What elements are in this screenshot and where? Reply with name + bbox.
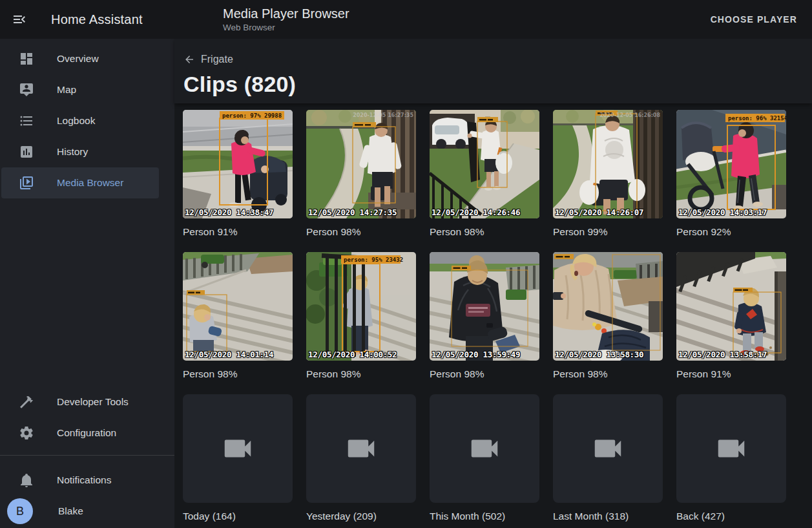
page-title: Media Player Browser — [223, 6, 349, 21]
clip-scene: person: 97% 29988 — [183, 110, 293, 218]
app-header: Home Assistant Media Player Browser Web … — [0, 0, 812, 39]
clip-label: Person 91% — [183, 226, 293, 238]
clip-thumbnail: 2020-12-05 16:26:08 12/05/2020 14:26:07 — [553, 110, 663, 218]
clip-label: Person 98% — [430, 368, 539, 381]
clip-card[interactable]: 2020-12-05 16:27:35 12/05/2020 14:27:35 … — [306, 110, 416, 238]
videocam-icon — [344, 431, 379, 466]
clip-thumbnail: 12/05/2020 14:26:46 — [430, 110, 539, 218]
folder-label: Back (427) — [676, 510, 786, 523]
view-dashboard-icon — [19, 51, 34, 67]
svg-text:2020-12-05 16:27:35: 2020-12-05 16:27:35 — [353, 112, 413, 118]
folder-card-this-month-502[interactable]: This Month (502) — [430, 394, 539, 523]
folder-thumbnail — [553, 394, 663, 503]
breadcrumb-back-button[interactable]: Frigate — [183, 54, 233, 65]
folder-card-yesterday-209[interactable]: Yesterday (209) — [306, 394, 416, 523]
clip-scene: person: 95% 23432 — [306, 252, 416, 361]
clip-card[interactable]: 12/05/2020 13:58:30 Person 98% — [553, 252, 663, 381]
clip-label: Person 98% — [306, 368, 416, 381]
videocam-icon — [590, 431, 625, 466]
sidebar-item-label: Map — [57, 84, 76, 96]
clip-timestamp-overlay: 12/05/2020 14:03:17 — [678, 207, 767, 217]
sidebar-bottom: Developer Tools Configuration Notificati… — [0, 386, 174, 527]
sidebar-item-map[interactable]: Map — [1, 74, 159, 105]
clip-thumbnail: person: 97% 29988 12/05/2020 14:38:47 — [183, 110, 293, 218]
clip-label: Person 91% — [676, 368, 786, 381]
sidebar-divider — [0, 455, 174, 456]
folder-thumbnail — [183, 394, 293, 503]
clip-thumbnail: 12/05/2020 13:59:49 — [430, 252, 539, 361]
media-browser-panel: Frigate Clips (820) person: 97% 29988 12… — [174, 39, 812, 528]
clip-card[interactable]: 12/05/2020 14:26:46 Person 98% — [430, 110, 539, 238]
videocam-icon — [467, 431, 502, 466]
clip-thumbnail: 12/05/2020 14:01:14 — [183, 252, 293, 361]
clip-thumbnail: 12/05/2020 13:58:30 — [553, 252, 663, 361]
folder-thumbnail — [306, 394, 416, 503]
clip-thumbnail: person: 95% 23432 12/05/2020 14:00:52 — [306, 252, 416, 361]
sidebar-item-label: Configuration — [57, 427, 116, 439]
page-subtitle: Web Browser — [223, 22, 349, 33]
history-chart-icon — [19, 144, 34, 160]
bell-icon — [19, 472, 34, 488]
clip-scene — [430, 110, 539, 218]
folder-card-back-427[interactable]: Back (427) — [676, 394, 786, 523]
sidebar-item-notifications[interactable]: Notifications — [1, 465, 159, 496]
folder-label: Last Month (318) — [553, 510, 663, 523]
map-account-icon — [19, 82, 34, 98]
clip-scene — [183, 252, 293, 361]
clip-label: Person 99% — [553, 226, 663, 238]
clip-card[interactable]: 12/05/2020 13:58:17 Person 91% — [676, 252, 786, 381]
clip-card[interactable]: 12/05/2020 13:59:49 Person 98% — [430, 252, 539, 381]
avatar: B — [7, 498, 33, 524]
sidebar-toggle-button[interactable] — [12, 12, 27, 27]
sidebar-item-developer-tools[interactable]: Developer Tools — [1, 386, 159, 417]
videocam-icon — [220, 431, 255, 466]
sidebar-item-logbook[interactable]: Logbook — [1, 105, 159, 136]
svg-text:person: 95% 23432: person: 95% 23432 — [344, 257, 403, 263]
page-heading: Clips (820) — [183, 72, 803, 96]
clip-thumbnail: 2020-12-05 16:27:35 12/05/2020 14:27:35 — [306, 110, 416, 218]
clip-scene: person: 96% 32154 — [676, 110, 786, 218]
clip-timestamp-overlay: 12/05/2020 13:58:30 — [555, 350, 643, 359]
sidebar-footer-list: Developer Tools Configuration — [0, 386, 174, 449]
sidebar-item-label: History — [57, 146, 88, 158]
choose-player-button[interactable]: CHOOSE PLAYER — [707, 9, 801, 30]
svg-text:person: 96% 32154: person: 96% 32154 — [728, 115, 786, 121]
clip-card[interactable]: person: 97% 29988 12/05/2020 14:38:47 Pe… — [183, 110, 293, 238]
clip-label: Person 92% — [676, 226, 786, 238]
app-title: Home Assistant — [51, 12, 143, 27]
gear-icon — [19, 425, 34, 441]
page-title-block: Media Player Browser Web Browser — [223, 6, 349, 33]
content-header: Frigate Clips (820) — [174, 39, 812, 103]
clip-card[interactable]: 2020-12-05 16:26:08 12/05/2020 14:26:07 … — [553, 110, 663, 238]
folder-label: This Month (502) — [430, 510, 539, 523]
sidebar-item-label: Logbook — [57, 115, 95, 127]
sidebar-item-profile[interactable]: B Blake — [0, 496, 174, 527]
sidebar-item-configuration[interactable]: Configuration — [1, 417, 159, 449]
folder-card-last-month-318[interactable]: Last Month (318) — [553, 394, 663, 523]
clip-timestamp-overlay: 12/05/2020 14:27:35 — [308, 207, 397, 217]
sidebar-header: Home Assistant — [0, 12, 223, 27]
sidebar-item-history[interactable]: History — [1, 136, 159, 167]
folder-thumbnail — [430, 394, 539, 503]
clip-scene — [553, 252, 663, 361]
sidebar-item-label: Media Browser — [57, 177, 123, 189]
clip-scene: 2020-12-05 16:27:35 — [306, 110, 416, 218]
clip-card[interactable]: person: 96% 32154 12/05/2020 14:03:17 Pe… — [676, 110, 786, 238]
clip-label: Person 98% — [553, 368, 663, 381]
sidebar: Overview Map Logbook History Media Brows… — [0, 39, 174, 528]
media-scroll-area[interactable]: person: 97% 29988 12/05/2020 14:38:47 Pe… — [174, 103, 812, 528]
sidebar-item-media-browser[interactable]: Media Browser — [1, 167, 159, 198]
arrow-left-icon — [183, 54, 195, 65]
folder-card-today-164[interactable]: Today (164) — [183, 394, 293, 523]
sidebar-item-label: Developer Tools — [57, 396, 129, 408]
logbook-list-icon — [19, 113, 34, 129]
breadcrumb-label: Frigate — [201, 54, 233, 65]
folder-thumbnail — [676, 394, 786, 503]
hammer-icon — [19, 394, 34, 410]
videocam-icon — [714, 431, 749, 466]
notifications-label: Notifications — [57, 474, 111, 486]
clip-card[interactable]: 12/05/2020 14:01:14 Person 98% — [183, 252, 293, 381]
sidebar-item-overview[interactable]: Overview — [1, 43, 159, 74]
sidebar-item-label: Overview — [57, 53, 99, 65]
clip-card[interactable]: person: 95% 23432 12/05/2020 14:00:52 Pe… — [306, 252, 416, 381]
